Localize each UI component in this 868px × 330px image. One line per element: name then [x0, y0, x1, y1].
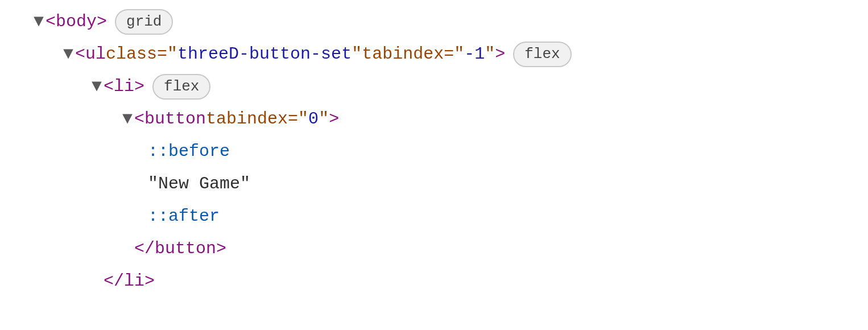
tag-bracket-open: <	[134, 103, 144, 135]
tag-bracket-open: <	[46, 6, 56, 38]
tag-bracket-open: </	[134, 233, 155, 265]
tag-name-button: button	[144, 103, 206, 135]
tag-bracket-open: <	[104, 71, 114, 103]
tag-name-button: button	[155, 233, 216, 265]
tag-bracket-close: >	[329, 103, 339, 135]
expand-toggle-icon[interactable]: ▼	[61, 38, 75, 71]
tag-name-ul: ul	[85, 38, 106, 71]
dom-node-button-close[interactable]: </button>	[0, 233, 868, 265]
equals: =	[444, 38, 454, 71]
expand-toggle-icon[interactable]: ▼	[32, 6, 46, 38]
tag-bracket-open: <	[75, 38, 85, 71]
quote-close: "	[485, 38, 495, 71]
tag-bracket-open: </	[104, 265, 124, 298]
equals: =	[157, 38, 167, 71]
display-badge-grid[interactable]: grid	[115, 9, 173, 35]
dom-node-li[interactable]: ▼ <li> flex	[0, 71, 868, 103]
quote-close: "	[352, 38, 362, 71]
tag-name-body: body	[56, 6, 97, 38]
expand-toggle-icon[interactable]: ▼	[121, 103, 134, 135]
tag-bracket-close: >	[134, 71, 144, 103]
dom-node-body[interactable]: ▼ <body> grid	[0, 6, 868, 38]
dom-node-li-close[interactable]: </li>	[0, 265, 868, 298]
equals: =	[288, 103, 298, 135]
attr-value-tabindex: -1	[464, 38, 485, 71]
attr-value-tabindex: 0	[308, 103, 319, 135]
dom-node-ul[interactable]: ▼ <ul class="threeD-button-set" tabindex…	[0, 38, 868, 71]
attr-name-class: class	[106, 38, 157, 71]
quote-open: "	[454, 38, 464, 71]
quote-open: "	[298, 103, 308, 135]
tag-name-li: li	[124, 265, 144, 298]
spacer-icon	[121, 233, 134, 265]
expand-toggle-icon[interactable]: ▼	[90, 71, 104, 103]
text-node-value: "New Game"	[148, 168, 250, 200]
display-badge-flex[interactable]: flex	[513, 42, 571, 68]
dom-node-button[interactable]: ▼ <button tabindex="0">	[0, 103, 868, 135]
pseudo-before[interactable]: ::before	[0, 135, 868, 168]
text-node[interactable]: "New Game"	[0, 168, 868, 200]
pseudo-element-before: ::before	[148, 135, 230, 168]
pseudo-element-after: ::after	[148, 200, 220, 233]
pseudo-after[interactable]: ::after	[0, 200, 868, 233]
attr-value-class: threeD-button-set	[177, 38, 352, 71]
tag-bracket-close: >	[144, 265, 155, 298]
tag-bracket-close: >	[495, 38, 505, 71]
attr-name-tabindex: tabindex	[206, 103, 288, 135]
tag-name-li: li	[114, 71, 134, 103]
quote-close: "	[319, 103, 329, 135]
quote-open: "	[167, 38, 177, 71]
tag-bracket-close: >	[216, 233, 226, 265]
display-badge-flex[interactable]: flex	[152, 74, 210, 100]
tag-bracket-close: >	[97, 6, 107, 38]
attr-name-tabindex: tabindex	[362, 38, 444, 71]
spacer-icon	[90, 265, 104, 298]
